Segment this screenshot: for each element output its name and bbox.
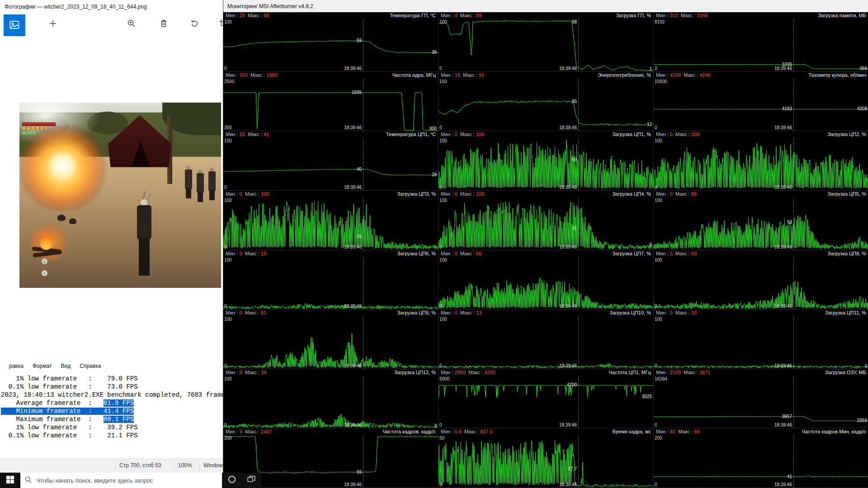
panel-title: Загрузка ЦП4, % <box>612 191 651 198</box>
collection-icon <box>9 19 20 32</box>
taskbar-search[interactable] <box>20 473 222 488</box>
graph-line-chart <box>654 198 868 250</box>
rotate-icon <box>190 19 199 29</box>
time-cursor-line <box>793 376 794 428</box>
cursor-value-label: 59 <box>357 469 362 474</box>
cortana-button[interactable] <box>222 473 241 488</box>
graph-line-chart <box>654 79 868 131</box>
notepad-menu-item-3[interactable]: Вид <box>61 363 71 369</box>
min-label: Мин : <box>226 13 240 18</box>
min-max-readout: Мин : 310 Макс : 1046 <box>656 13 708 19</box>
cursor-time-label: 18:39:46 <box>559 423 577 427</box>
monitor-grid: Мин : 25 Макс : 60Температура ГП, °C18:3… <box>223 12 868 488</box>
monitor-panel: Мин : 0 Макс : 34Загрузка ЦП12, %18:39:4… <box>223 369 438 429</box>
photos-titlebar[interactable]: Фотографии — witcher2_2023_12_09_18_40_1… <box>0 0 223 14</box>
cursor-time-label: 18:39:46 <box>774 483 792 487</box>
panel-header: Мин : 2105 Макс : 3671Загрузка ОЗУ, МБ <box>654 369 868 376</box>
graph-line-chart <box>223 258 438 310</box>
cursor-time-label: 18:39:46 <box>344 126 362 130</box>
scale-min-label: 0 <box>224 66 227 71</box>
max-value: 34 <box>261 370 266 375</box>
notepad-line: 1% low framerate : 79.0 FPS <box>1 375 253 383</box>
min-label: Мин : <box>656 370 670 375</box>
panel-header: Мин : 0 Макс : 16Загрузка ЦП11, % <box>654 310 868 317</box>
cursor-time-label: 18:39:46 <box>774 304 792 309</box>
panel-title: Температура ГП, °C <box>390 13 436 19</box>
panel-title: Загрузка ЦП3, % <box>397 191 436 198</box>
max-value: 41 <box>264 131 269 137</box>
cursor-time-label: 18:39:46 <box>344 66 362 71</box>
cursor-time-label: 18:39:46 <box>774 185 792 190</box>
min-max-readout: Мин : 2850 Макс : 4200 <box>441 370 495 376</box>
min-label: Мин : <box>441 13 455 18</box>
search-input[interactable] <box>35 477 222 484</box>
panel-title: Время кадра, мс <box>613 429 651 436</box>
game-screenshot[interactable]: 42 FPS △ ○ <box>19 103 221 288</box>
scale-min-label: 0 <box>224 185 227 190</box>
max-value: 81 <box>261 310 266 315</box>
task-view-button[interactable] <box>242 473 261 488</box>
panel-header: Мин : 23 Макс : 41Температура ЦП1, °C <box>223 131 438 138</box>
scale-min-label: 0 <box>655 422 657 427</box>
current-value-label: 36 <box>432 50 437 55</box>
scale-max-label: 200 <box>655 436 662 441</box>
min-label: Мин : <box>656 310 670 315</box>
scale-min-label: 0 <box>439 244 442 249</box>
geralt-character <box>133 199 155 278</box>
panel-header: Мин : 41 Макс : 60Частота кадров Мин, ка… <box>654 428 868 436</box>
panel-header: Мин : 9 Макс : 2407Частота кадров, кадр/… <box>223 428 438 436</box>
notepad-text-area[interactable]: 1% low framerate : 79.0 FPS 0.1% low fra… <box>0 372 253 459</box>
monitor-panel: Мин : 0 Макс : 99Загрузка ГП, %18:39:461… <box>439 12 653 72</box>
monitor-panel: Мин : 0 Макс : 100Загрузка ЦП1, %18:39:4… <box>439 131 653 191</box>
min-max-readout: Мин : 0.0 Макс : 827.0 <box>441 429 493 436</box>
min-max-readout: Мин : 0 Макс : 66 <box>441 251 481 258</box>
monitor-graph: 18:39:461000981 <box>439 19 653 71</box>
monitor-graph: 18:39:4615008517 <box>439 79 653 131</box>
monitor-panel: Мин : 310 Макс : 1046Загрузка памяти, МБ… <box>654 12 868 72</box>
afterburner-titlebar[interactable]: Мониторинг MSI Afterburner v4.6.2 <box>223 0 868 12</box>
notepad-menu-item-2[interactable]: Формат <box>33 363 52 369</box>
scale-min-label: 0 <box>439 125 442 130</box>
add-button[interactable] <box>45 16 61 32</box>
selected-text: Minimum framerate : 41.4 FPS <box>1 408 134 415</box>
collection-button[interactable] <box>4 14 25 36</box>
panel-header: Мин : 0 Макс : 66Загрузка ЦП7, % <box>439 250 653 258</box>
scale-max-label: 100 <box>439 138 447 143</box>
min-label: Мин : <box>656 131 670 137</box>
time-cursor-line <box>578 19 579 71</box>
cursor-time-label: 18:39:46 <box>344 304 362 309</box>
time-cursor-line <box>793 258 794 310</box>
max-label: Макс : <box>242 191 261 197</box>
min-max-readout: Мин : 300 Макс : 1980 <box>226 72 278 79</box>
min-label: Мин : <box>441 191 455 197</box>
status-separator <box>115 462 116 471</box>
start-button[interactable] <box>0 473 20 488</box>
min-value: 4158 <box>670 72 681 78</box>
current-value-label: 3 <box>864 364 867 369</box>
cursor-value-label: 1035 <box>782 62 792 67</box>
current-value-label: 29 <box>432 172 437 177</box>
notepad-menu-item-1[interactable]: равка <box>9 363 24 369</box>
monitor-graph: 18:39:4610000041934209 <box>654 79 868 131</box>
panel-title: Загрузка ЦП7, % <box>612 251 651 258</box>
scale-min-label: 0 <box>224 363 227 368</box>
cursor-value-label: 41 <box>572 226 577 231</box>
delete-button[interactable] <box>156 16 171 32</box>
min-label: Мин : <box>441 370 455 375</box>
monitor-graph: 18:39:46100059 <box>439 138 653 190</box>
max-value: 827.0 <box>480 429 493 434</box>
max-label: Макс : <box>681 72 699 78</box>
cursor-time-label: 18:39:46 <box>774 66 792 71</box>
max-value: 63 <box>691 251 697 256</box>
zoom-button[interactable] <box>124 16 139 32</box>
time-cursor-line <box>363 376 363 428</box>
explosion-core <box>46 151 79 179</box>
min-value: 0.0 <box>455 429 462 434</box>
current-value-label: 4209 <box>857 106 867 111</box>
notepad-menu-item-4[interactable]: Справка <box>80 363 101 369</box>
scale-min-label: 0 <box>439 66 442 71</box>
monitor-graph: 18:39:4610003 <box>654 317 868 369</box>
rotate-button[interactable] <box>187 16 202 32</box>
min-max-readout: Мин : 0 Макс : 100 <box>441 131 484 138</box>
current-value-label: 3025 <box>642 394 652 399</box>
